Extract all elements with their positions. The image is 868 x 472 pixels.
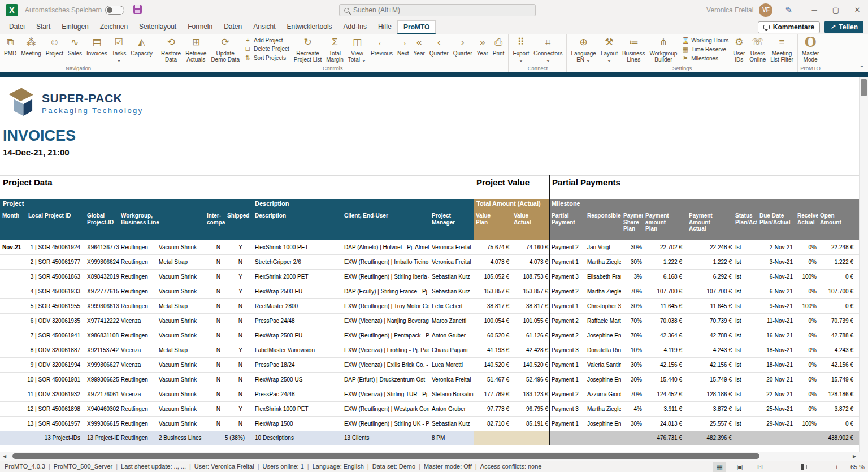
- cell-share[interactable]: 10%: [621, 343, 643, 357]
- cell-amt_plan[interactable]: 6.168 €: [643, 270, 687, 284]
- menu-tab-add-ins[interactable]: Add-Ins: [338, 20, 372, 34]
- cell-shipped[interactable]: N: [225, 358, 253, 372]
- next-button[interactable]: →Next: [395, 35, 411, 57]
- language-button[interactable]: ⊕Language EN ⌄: [568, 35, 598, 63]
- cell-shipped[interactable]: N: [225, 373, 253, 387]
- cell-_fill[interactable]: [854, 358, 859, 372]
- horizontal-scrollbar[interactable]: ◀ ▶: [0, 452, 868, 461]
- cell-_fill[interactable]: [854, 343, 859, 357]
- cell-desc[interactable]: FlexShrink 2000 PET: [253, 270, 342, 284]
- cell-open[interactable]: 70.739 €: [818, 314, 854, 328]
- zoom-in-button[interactable]: +: [835, 464, 839, 470]
- minimize-button[interactable]: ─: [804, 0, 825, 20]
- cell-inter[interactable]: N: [205, 358, 225, 372]
- cell-local[interactable]: 1 | SOR 450061924: [26, 240, 85, 254]
- cell-amt_actual[interactable]: 15.749 €: [687, 373, 733, 387]
- cell-global[interactable]: X977412222: [85, 314, 119, 328]
- cell-month[interactable]: [0, 314, 26, 328]
- cell-resp[interactable]: Jan Voigt: [585, 240, 621, 254]
- cell-due[interactable]: 18-Nov-21: [757, 358, 795, 372]
- menu-tab-zeichnen[interactable]: Zeichnen: [94, 20, 133, 34]
- cell-resp[interactable]: Christopher Schmic: [585, 299, 621, 313]
- cell-pm[interactable]: Stefano Borsalini: [429, 387, 474, 401]
- cell-open[interactable]: 0 €: [818, 417, 854, 431]
- menu-tab-formeln[interactable]: Formeln: [182, 20, 218, 34]
- capacity-button[interactable]: ◭Capacity: [128, 35, 155, 57]
- cell-amt_plan[interactable]: 1.222 €: [643, 255, 687, 269]
- cell-client[interactable]: DAP (Almelo) | Holvoet - Pj. Almelo: [342, 240, 429, 254]
- cell-desc[interactable]: PressPac 24/48: [253, 314, 342, 328]
- save-icon[interactable]: [133, 5, 142, 14]
- cell-local[interactable]: 2 | SOR 450061977: [26, 255, 85, 269]
- cell-status[interactable]: Ist: [733, 314, 757, 328]
- cell-global[interactable]: X999306613: [85, 299, 119, 313]
- cell-due[interactable]: 6-Nov-21: [757, 284, 795, 298]
- avatar[interactable]: VF: [759, 3, 772, 17]
- cell-_fill[interactable]: [854, 270, 859, 284]
- cell-workgroup[interactable]: Reutlingen: [119, 402, 157, 416]
- cell-received[interactable]: 0%: [795, 328, 818, 343]
- cell-inter[interactable]: N: [205, 402, 225, 416]
- autosave-toggle[interactable]: [105, 6, 124, 15]
- cell-open[interactable]: 107.700 €: [818, 284, 854, 298]
- cell-partial[interactable]: Payment 2: [549, 328, 585, 343]
- cell-global[interactable]: X964136773: [85, 240, 119, 254]
- cell-amt_actual[interactable]: 128.186 €: [687, 387, 733, 401]
- cell-partial[interactable]: Payment 2: [549, 387, 585, 401]
- add-project-button[interactable]: +Add Project: [244, 37, 289, 44]
- cell-share[interactable]: 3%: [621, 270, 643, 284]
- print-button[interactable]: ⎙Print: [491, 35, 507, 57]
- cell-value_actual[interactable]: 188.753 €: [511, 270, 549, 284]
- cell-business[interactable]: Vacuum Shrink: [157, 284, 205, 298]
- cell-local[interactable]: 10 | SOR 450061981: [26, 373, 85, 387]
- cell-shipped[interactable]: N: [225, 314, 253, 328]
- cell-resp[interactable]: Valeria Santini: [585, 358, 621, 372]
- cell-share[interactable]: 30%: [621, 373, 643, 387]
- cell-resp[interactable]: Martha Ziegler: [585, 284, 621, 298]
- cell-status[interactable]: Ist: [733, 373, 757, 387]
- user-ids-button[interactable]: ⚙User IDs: [731, 35, 747, 63]
- cell-business[interactable]: Metal Strap: [157, 343, 205, 357]
- cell-share[interactable]: 30%: [621, 255, 643, 269]
- close-button[interactable]: ✕: [847, 0, 868, 20]
- page-layout-view-button[interactable]: ▣: [733, 462, 747, 472]
- cell-status[interactable]: Ist: [733, 358, 757, 372]
- cell-status[interactable]: Ist: [733, 299, 757, 313]
- cell-status[interactable]: Ist: [733, 255, 757, 269]
- cell-open[interactable]: 3.872 €: [818, 402, 854, 416]
- cell-partial[interactable]: Payment 1: [549, 373, 585, 387]
- cell-business[interactable]: Metal Strap: [157, 255, 205, 269]
- cell-received[interactable]: 0%: [795, 284, 818, 298]
- cell-value_actual[interactable]: 52.496 €: [511, 373, 549, 387]
- cell-client[interactable]: EXW (Reutlingen) | Westpark Corrugated -: [342, 402, 429, 416]
- cell-value_actual[interactable]: 85.191 €: [511, 417, 549, 431]
- cell-shipped[interactable]: Y: [225, 270, 253, 284]
- cell-received[interactable]: 0%: [795, 255, 818, 269]
- cell-share[interactable]: 30%: [621, 240, 643, 254]
- pen-icon[interactable]: ✎: [785, 5, 792, 15]
- menu-tab-promto[interactable]: ProMTO: [397, 20, 436, 34]
- menu-tab-start[interactable]: Start: [31, 20, 56, 34]
- cell-business[interactable]: Vacuum Shrink: [157, 387, 205, 401]
- cell-status[interactable]: Ist: [733, 343, 757, 357]
- cell-amt_actual[interactable]: 3.872 €: [687, 402, 733, 416]
- cell-due[interactable]: 9-Nov-21: [757, 299, 795, 313]
- cell-value_plan[interactable]: 51.467 €: [474, 373, 511, 387]
- cell-pm[interactable]: Sebastian Kurz: [429, 284, 474, 298]
- cell-due[interactable]: 2-Nov-21: [757, 240, 795, 254]
- cell-business[interactable]: Vacuum Shrink: [157, 358, 205, 372]
- cell-value_plan[interactable]: 185.052 €: [474, 270, 511, 284]
- menu-tab-datei[interactable]: Datei: [3, 20, 31, 34]
- cell-business[interactable]: Metal Strap: [157, 299, 205, 313]
- cell-client[interactable]: EXW (Reutlingen) | Pentapack - Pj. Benga…: [342, 328, 429, 343]
- excel-app-icon[interactable]: X: [6, 4, 18, 16]
- cell-value_actual[interactable]: 42.428 €: [511, 343, 549, 357]
- cell-inter[interactable]: N: [205, 387, 225, 401]
- cell-shipped[interactable]: N: [225, 417, 253, 431]
- cell-status[interactable]: Ist: [733, 387, 757, 401]
- meeting-button[interactable]: ⁂Meeting: [19, 35, 44, 57]
- cell-amt_plan[interactable]: 24.813 €: [643, 417, 687, 431]
- cell-global[interactable]: X898432019: [85, 270, 119, 284]
- cell-value_plan[interactable]: 4.073 €: [474, 255, 511, 269]
- cell-amt_actual[interactable]: 70.739 €: [687, 314, 733, 328]
